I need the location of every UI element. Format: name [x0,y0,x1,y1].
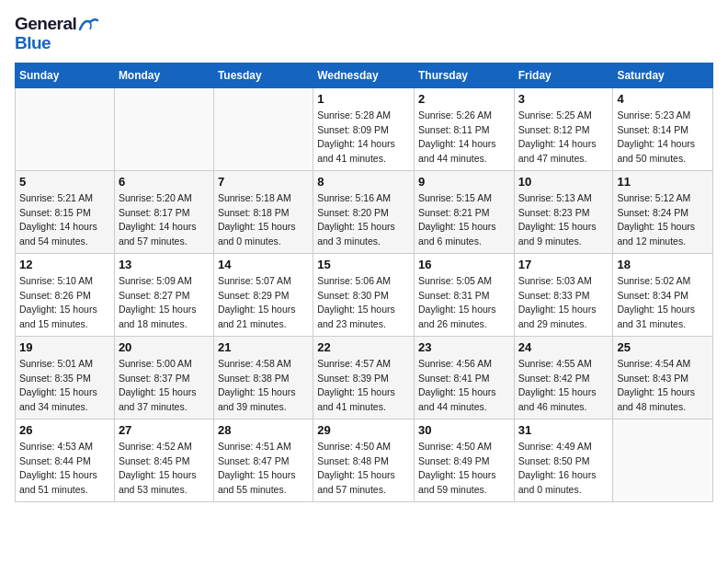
day-info: Sunrise: 4:49 AM Sunset: 8:50 PM Dayligh… [518,440,609,498]
day-number: 25 [617,340,709,354]
calendar-cell: 22Sunrise: 4:57 AM Sunset: 8:39 PM Dayli… [313,336,415,419]
day-info: Sunrise: 5:12 AM Sunset: 8:24 PM Dayligh… [617,191,709,249]
calendar-cell: 21Sunrise: 4:58 AM Sunset: 8:38 PM Dayli… [213,336,313,419]
day-number: 19 [19,340,110,354]
day-number: 10 [518,175,609,189]
day-info: Sunrise: 5:03 AM Sunset: 8:33 PM Dayligh… [518,274,609,332]
day-number: 6 [119,175,210,189]
day-number: 30 [418,423,510,437]
day-number: 15 [317,258,410,271]
calendar-cell: 17Sunrise: 5:03 AM Sunset: 8:33 PM Dayli… [514,253,613,336]
calendar-cell: 25Sunrise: 4:54 AM Sunset: 8:43 PM Dayli… [613,336,713,419]
day-info: Sunrise: 4:51 AM Sunset: 8:47 PM Dayligh… [218,440,309,498]
day-info: Sunrise: 4:53 AM Sunset: 8:44 PM Dayligh… [19,440,110,498]
calendar-cell: 24Sunrise: 4:55 AM Sunset: 8:42 PM Dayli… [514,336,613,419]
calendar-cell [16,87,115,170]
header-tuesday: Tuesday [213,63,313,87]
day-info: Sunrise: 5:09 AM Sunset: 8:27 PM Dayligh… [119,274,210,332]
calendar-cell: 12Sunrise: 5:10 AM Sunset: 8:26 PM Dayli… [16,253,115,336]
day-info: Sunrise: 5:05 AM Sunset: 8:31 PM Dayligh… [418,274,510,332]
day-number: 14 [218,258,309,271]
day-info: Sunrise: 4:50 AM Sunset: 8:49 PM Dayligh… [418,440,510,498]
day-number: 1 [317,92,410,106]
day-info: Sunrise: 4:56 AM Sunset: 8:41 PM Dayligh… [418,357,510,415]
day-number: 21 [218,340,309,354]
day-number: 17 [518,258,609,271]
calendar-cell: 27Sunrise: 4:52 AM Sunset: 8:45 PM Dayli… [114,419,213,501]
day-number: 18 [617,258,709,271]
calendar-cell: 4Sunrise: 5:23 AM Sunset: 8:14 PM Daylig… [613,87,713,170]
calendar-cell: 7Sunrise: 5:18 AM Sunset: 8:18 PM Daylig… [213,170,313,253]
calendar-cell: 10Sunrise: 5:13 AM Sunset: 8:23 PM Dayli… [514,170,613,253]
calendar-cell: 8Sunrise: 5:16 AM Sunset: 8:20 PM Daylig… [313,170,415,253]
calendar-cell [213,87,313,170]
day-info: Sunrise: 5:07 AM Sunset: 8:29 PM Dayligh… [218,274,309,332]
day-info: Sunrise: 5:13 AM Sunset: 8:23 PM Dayligh… [518,191,609,249]
calendar-cell: 16Sunrise: 5:05 AM Sunset: 8:31 PM Dayli… [414,253,514,336]
calendar-cell: 31Sunrise: 4:49 AM Sunset: 8:50 PM Dayli… [514,419,613,501]
day-info: Sunrise: 5:00 AM Sunset: 8:37 PM Dayligh… [119,357,210,415]
day-info: Sunrise: 5:28 AM Sunset: 8:09 PM Dayligh… [317,109,410,167]
day-info: Sunrise: 5:01 AM Sunset: 8:35 PM Dayligh… [19,357,110,415]
day-info: Sunrise: 5:16 AM Sunset: 8:20 PM Dayligh… [317,191,410,249]
calendar-cell: 26Sunrise: 4:53 AM Sunset: 8:44 PM Dayli… [16,419,115,501]
calendar-cell [613,419,713,501]
calendar-cell: 29Sunrise: 4:50 AM Sunset: 8:48 PM Dayli… [313,419,415,501]
day-number: 23 [418,340,510,354]
day-number: 26 [19,423,110,437]
day-info: Sunrise: 5:10 AM Sunset: 8:26 PM Dayligh… [19,274,110,332]
calendar-table: SundayMondayTuesdayWednesdayThursdayFrid… [15,63,713,502]
header-saturday: Saturday [613,63,713,87]
day-number: 20 [119,340,210,354]
calendar-cell [114,87,213,170]
day-number: 29 [317,423,410,437]
calendar-cell: 14Sunrise: 5:07 AM Sunset: 8:29 PM Dayli… [213,253,313,336]
day-info: Sunrise: 4:50 AM Sunset: 8:48 PM Dayligh… [317,440,410,498]
day-number: 13 [119,258,210,271]
calendar-cell: 28Sunrise: 4:51 AM Sunset: 8:47 PM Dayli… [213,419,313,501]
day-number: 8 [317,175,410,189]
calendar-cell: 23Sunrise: 4:56 AM Sunset: 8:41 PM Dayli… [414,336,514,419]
calendar-cell: 13Sunrise: 5:09 AM Sunset: 8:27 PM Dayli… [114,253,213,336]
day-info: Sunrise: 5:06 AM Sunset: 8:30 PM Dayligh… [317,274,410,332]
header-thursday: Thursday [414,63,514,87]
day-number: 11 [617,175,709,189]
logo: General Blue [15,15,98,53]
day-info: Sunrise: 5:26 AM Sunset: 8:11 PM Dayligh… [418,109,510,167]
day-number: 3 [518,92,609,106]
day-info: Sunrise: 5:02 AM Sunset: 8:34 PM Dayligh… [617,274,709,332]
day-number: 27 [119,423,210,437]
header-wednesday: Wednesday [313,63,415,87]
header-monday: Monday [114,63,213,87]
calendar-cell: 30Sunrise: 4:50 AM Sunset: 8:49 PM Dayli… [414,419,514,501]
day-number: 22 [317,340,410,354]
calendar-header: SundayMondayTuesdayWednesdayThursdayFrid… [16,63,713,87]
calendar-cell: 3Sunrise: 5:25 AM Sunset: 8:12 PM Daylig… [514,87,613,170]
calendar-cell: 20Sunrise: 5:00 AM Sunset: 8:37 PM Dayli… [114,336,213,419]
day-number: 28 [218,423,309,437]
calendar-cell: 2Sunrise: 5:26 AM Sunset: 8:11 PM Daylig… [414,87,514,170]
calendar-cell: 5Sunrise: 5:21 AM Sunset: 8:15 PM Daylig… [16,170,115,253]
day-info: Sunrise: 5:23 AM Sunset: 8:14 PM Dayligh… [617,109,709,167]
calendar-cell: 15Sunrise: 5:06 AM Sunset: 8:30 PM Dayli… [313,253,415,336]
day-info: Sunrise: 4:55 AM Sunset: 8:42 PM Dayligh… [518,357,609,415]
day-info: Sunrise: 4:57 AM Sunset: 8:39 PM Dayligh… [317,357,410,415]
day-number: 24 [518,340,609,354]
day-number: 12 [19,258,110,271]
day-number: 2 [418,92,510,106]
day-info: Sunrise: 4:58 AM Sunset: 8:38 PM Dayligh… [218,357,309,415]
day-number: 5 [19,175,110,189]
day-info: Sunrise: 5:21 AM Sunset: 8:15 PM Dayligh… [19,191,110,249]
header-sunday: Sunday [16,63,115,87]
day-info: Sunrise: 5:18 AM Sunset: 8:18 PM Dayligh… [218,191,309,249]
day-number: 31 [518,423,609,437]
calendar-cell: 1Sunrise: 5:28 AM Sunset: 8:09 PM Daylig… [313,87,415,170]
page-header: General Blue [15,15,713,53]
day-info: Sunrise: 4:52 AM Sunset: 8:45 PM Dayligh… [119,440,210,498]
day-number: 16 [418,258,510,271]
calendar-cell: 19Sunrise: 5:01 AM Sunset: 8:35 PM Dayli… [16,336,115,419]
calendar-cell: 18Sunrise: 5:02 AM Sunset: 8:34 PM Dayli… [613,253,713,336]
day-number: 9 [418,175,510,189]
day-info: Sunrise: 4:54 AM Sunset: 8:43 PM Dayligh… [617,357,709,415]
day-number: 4 [617,92,709,106]
